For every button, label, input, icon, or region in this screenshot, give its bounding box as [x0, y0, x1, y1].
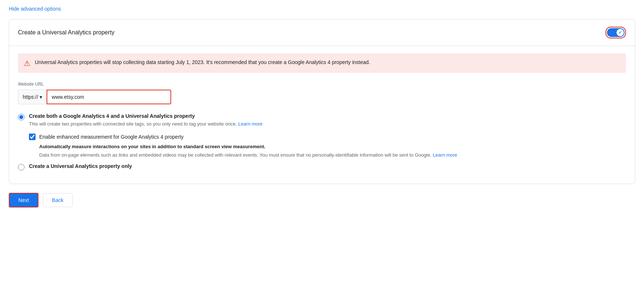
toggle-thumb [617, 29, 624, 36]
ua-property-toggle[interactable] [607, 28, 625, 37]
warning-text: Universal Analytics properties will stop… [35, 59, 370, 66]
radio-both-learn-more[interactable]: Learn more [238, 121, 262, 127]
protocol-select[interactable]: https:// ▾ [18, 90, 47, 104]
radio-option-ua-only: Create a Universal Analytics property on… [18, 163, 626, 171]
checkbox-detail: Automatically measure interactions on yo… [39, 143, 626, 159]
toggle-wrapper[interactable] [606, 27, 626, 38]
radio-ua-only-title: Create a Universal Analytics property on… [29, 163, 132, 169]
enhanced-measurement-checkbox[interactable] [29, 134, 36, 140]
radio-ua-only-label-group: Create a Universal Analytics property on… [29, 163, 132, 171]
back-button[interactable]: Back [43, 193, 73, 207]
radio-option-both: Create both a Google Analytics 4 and a U… [18, 113, 626, 128]
universal-analytics-card: Create a Universal Analytics property ⚠ … [9, 19, 635, 184]
radio-both-input[interactable] [18, 114, 25, 120]
checkbox-detail-text-content: Data from on-page elements such as links… [39, 152, 431, 158]
checkbox-learn-more[interactable]: Learn more [433, 152, 457, 158]
radio-ua-only-input[interactable] [18, 164, 25, 171]
checkbox-detail-text: Data from on-page elements such as links… [39, 151, 626, 159]
card-header: Create a Universal Analytics property [9, 19, 635, 46]
radio-both-desc: This will create two properties with con… [29, 120, 262, 128]
checkbox-row: Enable enhanced measurement for Google A… [29, 134, 626, 140]
radio-both-desc-text: This will create two properties with con… [29, 121, 237, 127]
radio-both-title: Create both a Google Analytics 4 and a U… [29, 113, 262, 119]
warning-banner: ⚠ Universal Analytics properties will st… [18, 53, 626, 73]
checkbox-detail-bold: Automatically measure interactions on yo… [39, 143, 626, 150]
url-input-row: https:// ▾ [18, 90, 626, 104]
radio-both-label-group: Create both a Google Analytics 4 and a U… [29, 113, 262, 128]
checkbox-label: Enable enhanced measurement for Google A… [39, 134, 184, 140]
website-url-input[interactable] [47, 90, 171, 104]
toggle-track [607, 28, 625, 37]
button-row: Next Back [9, 193, 635, 207]
hide-advanced-options-link[interactable]: Hide advanced options [9, 6, 61, 12]
protocol-dropdown-arrow: ▾ [40, 94, 42, 100]
warning-icon: ⚠ [24, 59, 30, 68]
card-title: Create a Universal Analytics property [18, 29, 114, 36]
checkbox-sub-section: Enable enhanced measurement for Google A… [29, 134, 626, 159]
next-button[interactable]: Next [9, 193, 38, 207]
website-url-label: Website URL [18, 82, 626, 87]
card-body: ⚠ Universal Analytics properties will st… [9, 46, 635, 184]
protocol-value: https:// [23, 94, 38, 100]
